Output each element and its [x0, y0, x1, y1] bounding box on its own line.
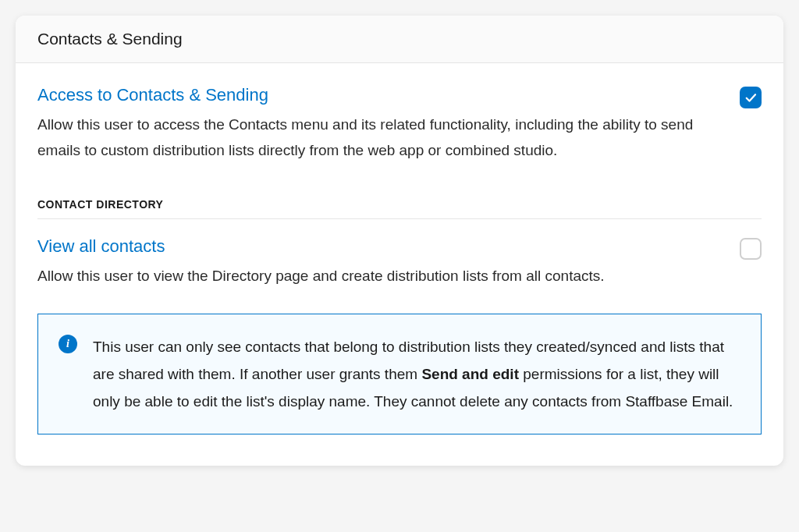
section-divider: CONTACT DIRECTORY [37, 198, 762, 219]
sub-section-directory: View all contacts Allow this user to vie… [37, 236, 762, 435]
setting-title-view-all: View all contacts [37, 236, 724, 257]
setting-view-all-contacts: View all contacts Allow this user to vie… [37, 236, 762, 289]
setting-title-access: Access to Contacts & Sending [37, 85, 724, 105]
checkbox-view-all-contacts[interactable] [740, 238, 762, 260]
setting-description-view-all: Allow this user to view the Directory pa… [37, 263, 724, 289]
section-label-directory: CONTACT DIRECTORY [37, 198, 762, 219]
card-body: Access to Contacts & Sending Allow this … [16, 63, 783, 466]
card-title: Contacts & Sending [37, 30, 762, 48]
settings-card: Contacts & Sending Access to Contacts & … [16, 16, 783, 466]
setting-description-access: Allow this user to access the Contacts m… [37, 112, 724, 164]
check-icon [744, 90, 758, 105]
setting-text: View all contacts Allow this user to vie… [37, 236, 724, 289]
setting-access-contacts: Access to Contacts & Sending Allow this … [37, 85, 762, 164]
info-icon: i [59, 335, 77, 353]
info-box: i This user can only see contacts that b… [37, 314, 762, 434]
card-header: Contacts & Sending [16, 16, 783, 63]
setting-text: Access to Contacts & Sending Allow this … [37, 85, 724, 164]
checkbox-access-contacts[interactable] [740, 87, 762, 108]
info-text-bold: Send and edit [421, 366, 519, 382]
info-text: This user can only see contacts that bel… [93, 333, 740, 415]
